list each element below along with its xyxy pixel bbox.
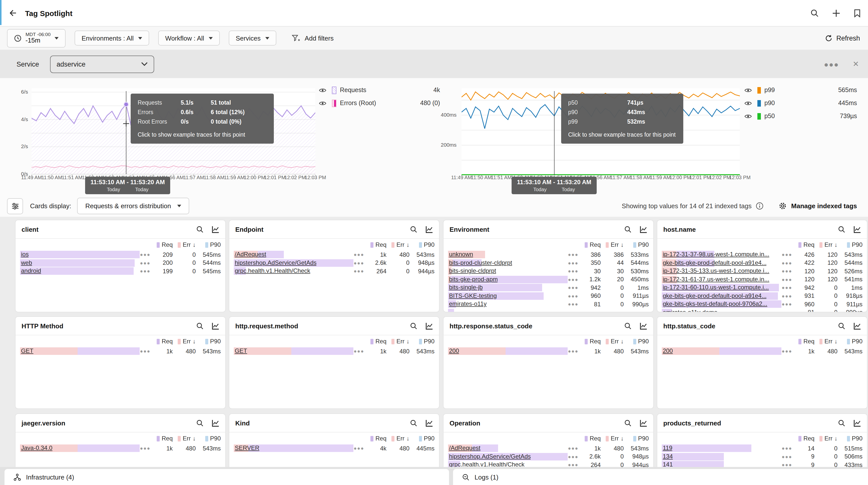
err-column-header[interactable]: Err↓ [601, 241, 624, 249]
eye-icon[interactable] [744, 87, 752, 93]
manage-indexed-tags-button[interactable]: Manage indexed tags [791, 202, 857, 210]
search-icon[interactable] [410, 419, 417, 427]
tag-value-link[interactable]: bits-gke-prod-apm [448, 276, 498, 283]
eye-icon[interactable] [744, 100, 752, 106]
row-more-options-icon[interactable]: ●●● [568, 260, 579, 265]
more-options-icon[interactable]: ●●● [824, 60, 839, 68]
services-filter[interactable]: Services [229, 31, 276, 45]
row-more-options-icon[interactable]: ●●● [781, 462, 793, 467]
row-more-options-icon[interactable]: ●●● [568, 268, 579, 274]
environments-filter[interactable]: Environments : All [74, 31, 149, 45]
row-more-options-icon[interactable]: ●●● [353, 252, 365, 257]
row-more-options-icon[interactable]: ●●● [568, 252, 579, 257]
tag-value-link[interactable]: hipstershop.AdService/GetAds [448, 453, 531, 460]
chart-icon[interactable] [212, 419, 219, 427]
row-more-options-icon[interactable]: ●●● [781, 310, 793, 312]
req-column-header[interactable]: Req [151, 338, 173, 345]
tag-value-link[interactable]: BITS-GKE-testing [448, 292, 497, 299]
err-column-header[interactable]: Err↓ [814, 435, 837, 442]
err-column-header[interactable]: Err↓ [173, 435, 196, 442]
p90-column-header[interactable]: P90 [837, 241, 863, 249]
req-column-header[interactable]: Req [793, 338, 814, 345]
req-column-header[interactable]: Req [793, 435, 814, 442]
search-icon[interactable] [196, 322, 204, 330]
tag-value-link[interactable]: grpc.health.v1.Health/Check [234, 267, 310, 275]
req-column-header[interactable]: Req [793, 241, 814, 249]
tag-value-link[interactable]: 134 [662, 453, 673, 460]
chart-icon[interactable] [426, 225, 433, 233]
err-column-header[interactable]: Err↓ [386, 241, 409, 249]
req-column-header[interactable]: Req [365, 435, 386, 442]
tag-value-link[interactable]: ios [20, 251, 29, 258]
p90-column-header[interactable]: P90 [624, 338, 649, 345]
err-column-header[interactable]: Err↓ [814, 241, 837, 249]
tag-value-link[interactable]: /AdRequest [448, 445, 480, 452]
row-more-options-icon[interactable]: ●●● [781, 277, 793, 282]
p90-column-header[interactable]: P90 [837, 435, 863, 442]
p90-column-header[interactable]: P90 [409, 435, 434, 442]
row-more-options-icon[interactable]: ●●● [781, 301, 793, 307]
row-more-options-icon[interactable]: ●●● [140, 348, 151, 354]
p90-column-header[interactable]: P90 [837, 338, 863, 345]
create-new-icon[interactable] [832, 9, 840, 17]
p90-column-header[interactable]: P90 [624, 435, 649, 442]
row-more-options-icon[interactable]: ●●● [568, 348, 579, 354]
p90-column-header[interactable]: P90 [409, 241, 434, 249]
chart-icon[interactable] [426, 419, 433, 427]
row-more-options-icon[interactable]: ●●● [781, 260, 793, 265]
row-more-options-icon[interactable]: ●●● [568, 293, 579, 298]
req-column-header[interactable]: Req [579, 241, 601, 249]
bookmark-icon[interactable] [854, 9, 861, 17]
tag-value-link[interactable]: web [20, 259, 32, 266]
row-more-options-icon[interactable]: ●●● [781, 348, 793, 354]
search-icon[interactable] [624, 322, 632, 330]
row-more-options-icon[interactable]: ●●● [781, 293, 793, 298]
row-more-options-icon[interactable]: ●●● [781, 252, 793, 257]
tag-value-link[interactable]: ip-172-31-35-133.us-west-1.compute.i... [662, 267, 769, 275]
search-icon[interactable] [196, 419, 204, 427]
cards-display-dropdown[interactable]: Requests & errors distribution [78, 198, 189, 214]
gear-icon[interactable] [778, 202, 787, 210]
workflow-filter[interactable]: Workflow : All [158, 31, 220, 45]
row-more-options-icon[interactable]: ●●● [568, 301, 579, 307]
tag-value-link[interactable]: 200 [448, 347, 459, 355]
row-more-options-icon[interactable]: ●●● [781, 454, 793, 459]
row-more-options-icon[interactable]: ●●● [568, 446, 579, 451]
tag-value-link[interactable]: emirates-o11y [448, 300, 487, 308]
req-column-header[interactable]: Req [151, 241, 173, 249]
search-icon[interactable] [410, 225, 417, 233]
add-filters-button[interactable]: Add filters [285, 31, 340, 45]
row-more-options-icon[interactable]: ●●● [568, 462, 579, 467]
chart-icon[interactable] [854, 322, 861, 330]
eye-icon[interactable] [319, 100, 327, 106]
time-range-picker[interactable]: MDT -06:00 -15m [7, 29, 66, 47]
err-column-header[interactable]: Err↓ [173, 338, 196, 345]
chart-icon[interactable] [854, 419, 861, 427]
p90-column-header[interactable]: P90 [624, 241, 649, 249]
tag-value-link[interactable]: GET [234, 347, 247, 355]
err-column-header[interactable]: Err↓ [386, 435, 409, 442]
tag-value-link[interactable]: gke-bits-gke-prod-default-pool-a91e4... [662, 259, 767, 266]
err-column-header[interactable]: Err↓ [601, 435, 624, 442]
row-more-options-icon[interactable]: ●●● [568, 454, 579, 459]
row-more-options-icon[interactable]: ●●● [140, 252, 151, 257]
row-more-options-icon[interactable]: ●●● [781, 285, 793, 290]
err-column-header[interactable]: Err↓ [173, 241, 196, 249]
tag-value-link[interactable]: bits-prod-cluster-cldprpt [448, 259, 512, 266]
tag-value-link[interactable]: Java-0.34.0 [20, 445, 52, 452]
tag-value-link[interactable]: bits-single-jb [448, 284, 483, 291]
chart-icon[interactable] [640, 322, 647, 330]
logs-panel[interactable]: Logs (1) [453, 469, 868, 485]
row-more-options-icon[interactable]: ●●● [353, 260, 365, 265]
tag-value-link[interactable]: bits-single-cldprpt [448, 267, 496, 275]
tag-value-link[interactable]: /AdRequest [234, 251, 266, 258]
search-icon[interactable] [838, 419, 845, 427]
tag-value-link[interactable]: SERVER [234, 445, 259, 452]
row-more-options-icon[interactable]: ●●● [568, 277, 579, 282]
chart-icon[interactable] [426, 322, 433, 330]
err-column-header[interactable]: Err↓ [601, 338, 624, 345]
row-more-options-icon[interactable]: ●●● [353, 446, 365, 451]
err-column-header[interactable]: Err↓ [386, 338, 409, 345]
p90-column-header[interactable]: P90 [196, 435, 221, 442]
search-icon[interactable] [624, 419, 632, 427]
